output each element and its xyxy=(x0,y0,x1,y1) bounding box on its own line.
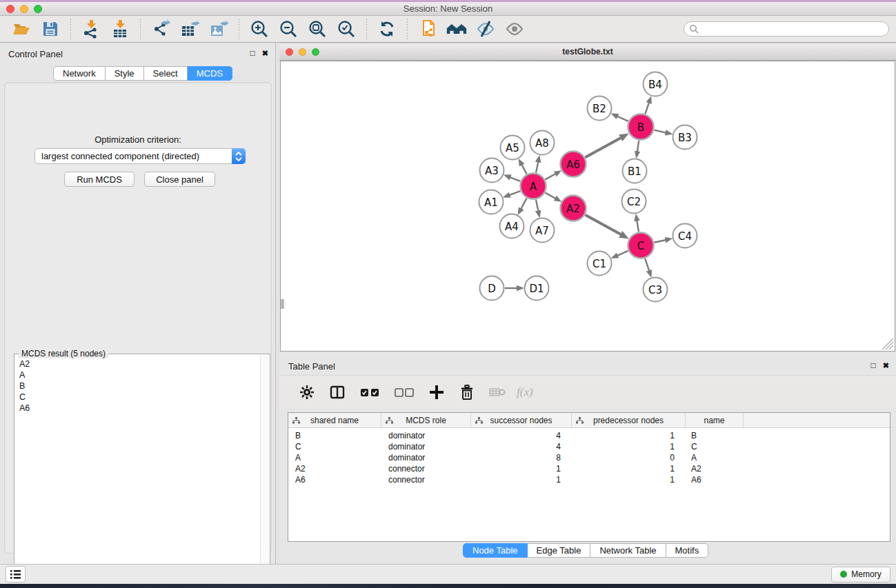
zoom-in-icon[interactable] xyxy=(249,19,270,39)
table-row[interactable]: Adominator80A xyxy=(288,452,890,463)
refresh-icon[interactable] xyxy=(377,19,397,39)
cell[interactable]: 1 xyxy=(572,441,686,452)
mcds-result-item[interactable]: C xyxy=(15,392,260,403)
edge-B-B2[interactable] xyxy=(617,116,628,121)
cell[interactable]: A2 xyxy=(686,463,744,474)
table-row[interactable]: A2connector11A2 xyxy=(288,463,890,474)
edge-C-C3[interactable] xyxy=(645,258,649,271)
task-history-button[interactable] xyxy=(6,566,26,582)
edge-A-A3[interactable] xyxy=(510,177,520,181)
graph-node-B1[interactable]: B1 xyxy=(623,159,647,183)
graph-node-A[interactable]: A xyxy=(521,174,546,199)
run-mcds-button[interactable]: Run MCDS xyxy=(64,172,135,187)
export-table-icon[interactable] xyxy=(179,19,200,39)
edge-A-A4[interactable] xyxy=(521,199,526,210)
cell[interactable]: 8 xyxy=(471,452,572,463)
delete-column-icon[interactable] xyxy=(458,383,476,401)
tab-select[interactable]: Select xyxy=(144,66,188,81)
cell[interactable]: B xyxy=(686,430,744,441)
graph-node-A2[interactable]: A2 xyxy=(561,196,586,221)
edge-A-A8[interactable] xyxy=(536,161,538,172)
edge-A-A1[interactable] xyxy=(509,191,520,195)
mcds-result-item[interactable]: B xyxy=(15,381,260,392)
table-row[interactable]: Bdominator41B xyxy=(288,430,890,441)
close-table-panel-icon[interactable]: ✖ xyxy=(883,361,889,370)
cell[interactable]: A xyxy=(288,452,381,463)
graph-node-C1[interactable]: C1 xyxy=(588,252,612,276)
table-tab-edge-table[interactable]: Edge Table xyxy=(528,543,591,558)
graph-node-D1[interactable]: D1 xyxy=(525,276,549,301)
add-column-icon[interactable] xyxy=(428,383,446,401)
graph-node-B3[interactable]: B3 xyxy=(673,125,697,150)
graph-node-A6[interactable]: A6 xyxy=(561,152,586,177)
cell[interactable]: 1 xyxy=(572,474,686,485)
resize-grip-icon[interactable] xyxy=(882,338,893,349)
edge-C-C4[interactable] xyxy=(655,240,666,243)
edge-B-B1[interactable] xyxy=(637,141,639,152)
tab-mcds[interactable]: MCDS xyxy=(188,66,232,81)
table-tab-motifs[interactable]: Motifs xyxy=(666,543,709,558)
edge-A-A7[interactable] xyxy=(536,200,538,212)
column-header-name[interactable]: name xyxy=(686,413,744,427)
mcds-list-scrollbar[interactable] xyxy=(260,355,269,587)
edge-A-A2[interactable] xyxy=(546,193,556,199)
delete-table-icon[interactable] xyxy=(488,383,506,401)
network-graph[interactable]: AA1A2A3A4A5A6A7A8BB1B2B3B4CC1C2C3C4DD1 xyxy=(281,61,895,351)
network-canvas[interactable]: AA1A2A3A4A5A6A7A8BB1B2B3B4CC1C2C3C4DD1 xyxy=(280,61,895,352)
edge-C-C2[interactable] xyxy=(637,221,639,232)
cell[interactable]: dominator xyxy=(381,452,471,463)
zoom-fit-icon[interactable] xyxy=(307,19,328,39)
tab-network[interactable]: Network xyxy=(53,66,106,81)
graph-node-A1[interactable]: A1 xyxy=(479,190,504,214)
graph-node-A5[interactable]: A5 xyxy=(501,136,525,160)
cell[interactable]: 4 xyxy=(471,441,572,452)
table-settings-icon[interactable] xyxy=(298,383,316,401)
save-session-icon[interactable] xyxy=(40,19,61,39)
home-view-icon[interactable] xyxy=(446,19,467,39)
column-header-successor-nodes[interactable]: successor nodes xyxy=(471,413,572,427)
edge-A-A5[interactable] xyxy=(521,165,526,174)
export-network-icon[interactable] xyxy=(150,19,171,39)
edge-A-A6[interactable] xyxy=(546,174,556,179)
import-table-icon[interactable] xyxy=(110,19,130,39)
graph-node-B2[interactable]: B2 xyxy=(588,97,612,121)
cell[interactable]: C xyxy=(686,441,744,452)
graph-node-A4[interactable]: A4 xyxy=(500,214,524,239)
cell[interactable]: A6 xyxy=(288,474,381,485)
search-input[interactable] xyxy=(699,23,888,35)
graph-node-C[interactable]: C xyxy=(628,233,654,258)
canvas-scrollbar-nub[interactable] xyxy=(281,299,284,309)
cell[interactable]: 1 xyxy=(572,463,686,474)
open-session-icon[interactable] xyxy=(11,19,32,39)
show-all-icon[interactable] xyxy=(504,19,525,39)
cell[interactable]: A6 xyxy=(686,474,744,485)
cell[interactable]: connector xyxy=(381,474,471,485)
edge-A2-C[interactable] xyxy=(586,215,621,235)
table-tab-network-table[interactable]: Network Table xyxy=(590,543,666,558)
edge-B-B3[interactable] xyxy=(654,130,666,133)
graph-node-A7[interactable]: A7 xyxy=(530,219,555,243)
column-header-predecessor-nodes[interactable]: predecessor nodes xyxy=(572,413,686,427)
cell[interactable]: A2 xyxy=(288,463,381,474)
cell[interactable]: A xyxy=(686,452,744,463)
close-panel-button[interactable]: Close panel xyxy=(144,172,215,187)
hide-selected-icon[interactable] xyxy=(475,19,496,39)
graph-node-B4[interactable]: B4 xyxy=(644,72,668,97)
graph-node-A3[interactable]: A3 xyxy=(480,159,504,183)
graph-node-D[interactable]: D xyxy=(480,276,504,301)
mcds-result-item[interactable]: A2 xyxy=(15,358,260,369)
import-network-icon[interactable] xyxy=(81,19,101,39)
select-all-columns-icon[interactable] xyxy=(359,383,381,401)
edge-B-B4[interactable] xyxy=(645,103,649,114)
split-columns-icon[interactable] xyxy=(328,383,346,401)
zoom-selected-icon[interactable] xyxy=(336,19,357,39)
graph-node-A8[interactable]: A8 xyxy=(530,131,555,155)
graph-node-B[interactable]: B xyxy=(628,114,654,140)
tab-style[interactable]: Style xyxy=(106,66,144,81)
clear-column-selection-icon[interactable] xyxy=(393,383,415,401)
table-row[interactable]: A6connector11A6 xyxy=(288,474,890,485)
column-header-shared-name[interactable]: shared name xyxy=(288,413,381,427)
graph-node-C3[interactable]: C3 xyxy=(644,278,668,302)
network-from-selection-icon[interactable] xyxy=(417,19,438,39)
cell[interactable]: 4 xyxy=(471,430,572,441)
